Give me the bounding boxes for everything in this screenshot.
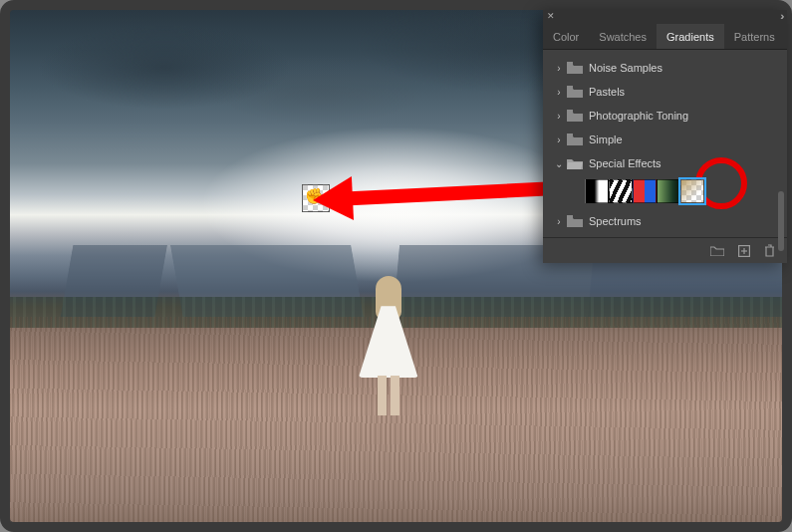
folder-noise-samples[interactable]: › Noise Samples xyxy=(543,56,787,80)
panel-footer xyxy=(543,237,787,263)
chevron-right-icon: › xyxy=(553,216,565,227)
folder-label: Photographic Toning xyxy=(589,110,688,122)
folder-pastels[interactable]: › Pastels xyxy=(543,80,787,104)
new-gradient-icon[interactable] xyxy=(738,245,750,257)
svg-rect-7 xyxy=(567,215,573,218)
gradient-preset[interactable] xyxy=(633,179,657,203)
chevron-right-icon: › xyxy=(553,87,565,98)
gradient-preset[interactable] xyxy=(609,179,633,203)
chevron-down-icon: ⌄ xyxy=(553,158,565,169)
folder-icon xyxy=(567,62,583,74)
svg-rect-5 xyxy=(567,110,573,113)
folder-label: Simple xyxy=(589,133,623,145)
svg-rect-6 xyxy=(567,133,573,136)
folder-label: Noise Samples xyxy=(589,62,662,74)
panel-menu-icon[interactable] xyxy=(785,32,792,42)
chevron-right-icon: › xyxy=(553,134,565,145)
trash-icon[interactable] xyxy=(764,244,775,257)
folder-label: Spectrums xyxy=(589,215,642,227)
tab-patterns[interactable]: Patterns xyxy=(724,24,785,49)
folder-icon xyxy=(567,86,583,98)
folder-icon xyxy=(567,215,583,227)
folder-photographic-toning[interactable]: › Photographic Toning xyxy=(543,104,787,128)
panel-body: › Noise Samples › Pastels › Photographic… xyxy=(543,50,787,237)
svg-rect-3 xyxy=(567,62,573,65)
folder-simple[interactable]: › Simple xyxy=(543,128,787,151)
special-effects-presets xyxy=(543,175,787,209)
tab-color[interactable]: Color xyxy=(543,24,589,49)
folder-spectrums[interactable]: › Spectrums xyxy=(543,209,787,233)
gradient-preset-selected[interactable] xyxy=(680,179,704,203)
folder-label: Pastels xyxy=(589,86,625,98)
svg-rect-4 xyxy=(567,86,573,89)
subject-figure xyxy=(366,276,411,415)
gradients-panel: ✕ ›› Color Swatches Gradients Patterns ›… xyxy=(543,10,787,263)
scrollbar-thumb[interactable] xyxy=(778,191,784,251)
chevron-right-icon: › xyxy=(553,111,565,122)
panel-tabs: Color Swatches Gradients Patterns xyxy=(543,24,787,50)
annotation-arrow-head xyxy=(312,176,354,222)
folder-icon xyxy=(567,133,583,145)
folder-special-effects[interactable]: ⌄ Special Effects xyxy=(543,151,787,175)
folder-open-icon xyxy=(567,157,583,169)
tab-swatches[interactable]: Swatches xyxy=(589,24,657,49)
new-group-icon[interactable] xyxy=(710,245,724,256)
gradient-preset[interactable] xyxy=(657,179,680,203)
panel-scrollbar[interactable] xyxy=(778,82,784,233)
tab-gradients[interactable]: Gradients xyxy=(657,24,724,49)
folder-icon xyxy=(567,110,583,122)
folder-label: Special Effects xyxy=(589,157,661,169)
chevron-right-icon: › xyxy=(553,63,565,74)
close-panel-icon[interactable]: ✕ xyxy=(547,11,555,21)
gradient-preset[interactable] xyxy=(585,179,609,203)
